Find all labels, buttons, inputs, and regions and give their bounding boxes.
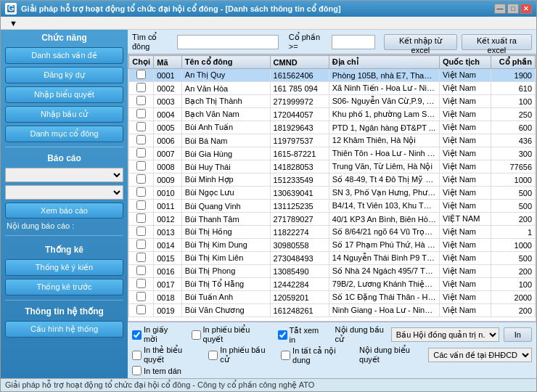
table-row[interactable]: 0017 Bùi Thị Tổ Hằng 12442284 79B/2, Lươ… [129, 278, 536, 291]
table-row[interactable]: 0007 Bùi Gia Hùng 1615-87221 Thiên Tôn -… [129, 147, 536, 160]
row-checkbox[interactable] [136, 305, 146, 314]
minimize-button[interactable]: — [494, 4, 506, 14]
check-in-phieu-bau-cu-input[interactable] [208, 351, 218, 360]
noi-dung-bau-cu-select[interactable]: Bầu Hội đồng quản trị n. [391, 327, 499, 342]
shares-input[interactable] [332, 35, 375, 49]
row-checkbox[interactable] [136, 174, 146, 184]
cell-choi[interactable] [129, 239, 154, 252]
col-header-quoctich: Quốc tịch [440, 56, 491, 69]
cell-choi[interactable] [129, 173, 154, 187]
cell-quoctich: Việt Nam [440, 265, 491, 278]
table-row[interactable]: 0010 Bùi Ngọc Lưu 130639041 SN 3, Phố Vạ… [129, 187, 536, 200]
row-checkbox[interactable] [136, 187, 146, 197]
check-giay-moi-input[interactable] [132, 330, 142, 340]
noi-dung-bieu-quyet-select[interactable]: Các vấn đề tại ĐHĐCD [428, 348, 532, 362]
cell-choi[interactable] [129, 134, 154, 147]
row-checkbox[interactable] [136, 83, 146, 92]
row-checkbox[interactable] [136, 266, 146, 275]
cell-choi[interactable] [129, 200, 154, 213]
export-excel-button[interactable]: Kết xuất ra excel [462, 34, 532, 50]
table-row[interactable]: 0013 Bùi Thị Hồng 11822274 Số 8/64/21 ng… [129, 226, 536, 239]
import-excel-button[interactable]: Kết nhập từ excel [384, 34, 457, 50]
table-row[interactable]: 0012 Bùi Thanh Tâm 271789027 40/1 KP3 An… [129, 213, 536, 226]
cell-ma: 0003 [154, 95, 182, 108]
row-checkbox[interactable] [136, 226, 146, 236]
close-button[interactable]: ✕ [520, 4, 532, 14]
sidebar-btn-danh-muc[interactable]: Danh mục cổ đông [5, 126, 123, 142]
row-checkbox[interactable] [136, 161, 146, 171]
row-checkbox[interactable] [136, 292, 146, 301]
row-checkbox[interactable] [136, 109, 146, 118]
check-in-phieu-bieu-quyet-input[interactable] [192, 330, 201, 340]
check-tat-xem-in-input[interactable] [278, 330, 287, 340]
row-checkbox[interactable] [136, 148, 146, 158]
cell-quoctich: Việt Nam [440, 291, 491, 304]
cell-choi[interactable] [129, 213, 154, 226]
table-row[interactable]: 0011 Bùi Quang Vinh 131125235 B4/14, Tt … [129, 200, 536, 213]
table-row[interactable]: 0002 An Văn Hòa 161 785 094 Xã Ninh Tiến… [129, 82, 536, 95]
check-in-tem-dan[interactable]: In tem dán [132, 366, 181, 375]
check-in-tat-ca-noi-dung-input[interactable] [281, 351, 290, 360]
check-the-bieu-quyet[interactable]: In thẻ biểu quyết [132, 346, 197, 364]
cell-choi[interactable] [129, 95, 154, 108]
check-giay-moi[interactable]: In giấy mời [132, 325, 180, 344]
table-row[interactable]: 0016 Bùi Thị Phong 13085490 Số Nhà 24 Ng… [129, 265, 536, 278]
cell-choi[interactable] [129, 82, 154, 95]
sidebar-btn-nhap-bieu[interactable]: Nhập biểu quyết [5, 86, 123, 103]
cell-choi[interactable] [129, 226, 154, 239]
row-checkbox[interactable] [136, 70, 146, 79]
row-checkbox[interactable] [136, 253, 146, 262]
bao-cao-select-1[interactable] [5, 168, 123, 182]
row-checkbox[interactable] [136, 122, 146, 131]
cell-choi[interactable] [129, 304, 154, 317]
table-row[interactable]: 0004 Bạch Văn Nam 172044057 Khu phố 1, p… [129, 108, 536, 121]
check-in-tem-dan-input[interactable] [132, 366, 142, 375]
menu-item[interactable]: ▼ [4, 18, 23, 28]
table-row[interactable]: 0019 Bùi Văn Chương 161248261 Ninh Giang… [129, 304, 536, 317]
bao-cao-select-2[interactable] [5, 185, 123, 200]
sidebar-btn-xem-bao-cao[interactable]: Xem báo cáo [5, 203, 123, 219]
cell-cmnd: 161248261 [270, 304, 329, 317]
cell-choi[interactable] [129, 265, 154, 278]
sidebar-btn-danh-sach[interactable]: Danh sách vấn đề [5, 47, 123, 64]
sidebar-btn-thong-ke-truoc[interactable]: Thống kê trước [5, 279, 123, 295]
row-checkbox[interactable] [136, 200, 146, 210]
check-the-bieu-quyet-input[interactable] [132, 351, 142, 360]
row-checkbox[interactable] [136, 96, 146, 105]
check-tat-xem-in[interactable]: Tắt xem in [278, 326, 324, 344]
row-checkbox[interactable] [136, 240, 146, 249]
table-row[interactable]: 0009 Bùi Minh Hợp 151233549 Số 48-49, Tt… [129, 173, 536, 187]
cell-choi[interactable] [129, 147, 154, 160]
check-in-tat-ca-noi-dung[interactable]: In tất cả nội dung [281, 346, 348, 364]
check-in-phieu-bau-cu[interactable]: In phiếu bầu cử [208, 346, 269, 364]
in-button[interactable]: In [504, 327, 532, 342]
cell-choi[interactable] [129, 121, 154, 134]
table-row[interactable]: 0006 Bùi Bá Nam 119797537 12 Khâm Thiên,… [129, 134, 536, 147]
maximize-button[interactable]: □ [507, 4, 519, 14]
sidebar-btn-thong-ke-y-kien[interactable]: Thống kê ý kiến [5, 259, 123, 276]
table-row[interactable]: 0015 Bùi Thị Kim Liên 273048493 14 Nguyễ… [129, 252, 536, 265]
row-checkbox[interactable] [136, 213, 146, 223]
table-row[interactable]: 0014 Bùi Thị Kim Dung 30980558 Số 17 Phạ… [129, 239, 536, 252]
table-row[interactable]: 0008 Bùi Huy Thái 141828053 Trung Văn, T… [129, 160, 536, 173]
cell-choi[interactable] [129, 252, 154, 265]
table-row[interactable]: 0018 Bùi Tuấn Anh 12059201 Số 1C Đặng Th… [129, 291, 536, 304]
table-row[interactable]: 0005 Bùi Anh Tuấn 181929643 PTD 1, Ngân … [129, 121, 536, 134]
cell-choi[interactable] [129, 278, 154, 291]
cell-choi[interactable] [129, 187, 154, 200]
row-checkbox[interactable] [136, 135, 146, 144]
table-row[interactable]: 0003 Bạch Thị Thành 271999972 S06- Nguyễ… [129, 95, 536, 108]
search-input[interactable] [177, 35, 279, 49]
app-icon: G [5, 3, 17, 15]
cell-choi[interactable] [129, 108, 154, 121]
table-row[interactable]: 0001 An Thị Quy 161562406 Phòng 105B, nh… [129, 69, 536, 82]
row-checkbox[interactable] [136, 279, 146, 288]
cell-quoctich: Việt Nam [440, 173, 491, 187]
check-in-phieu-bieu-quyet[interactable]: In phiếu biểu quyết [192, 325, 266, 344]
sidebar-btn-dang-ky[interactable]: Đăng ký dự [5, 67, 123, 83]
cell-choi[interactable] [129, 69, 154, 82]
cell-choi[interactable] [129, 160, 154, 173]
sidebar-btn-nhap-bau[interactable]: Nhập bầu cử [5, 106, 123, 123]
cell-choi[interactable] [129, 291, 154, 304]
sidebar-btn-cau-hinh[interactable]: Cấu hình hệ thống [5, 321, 123, 338]
